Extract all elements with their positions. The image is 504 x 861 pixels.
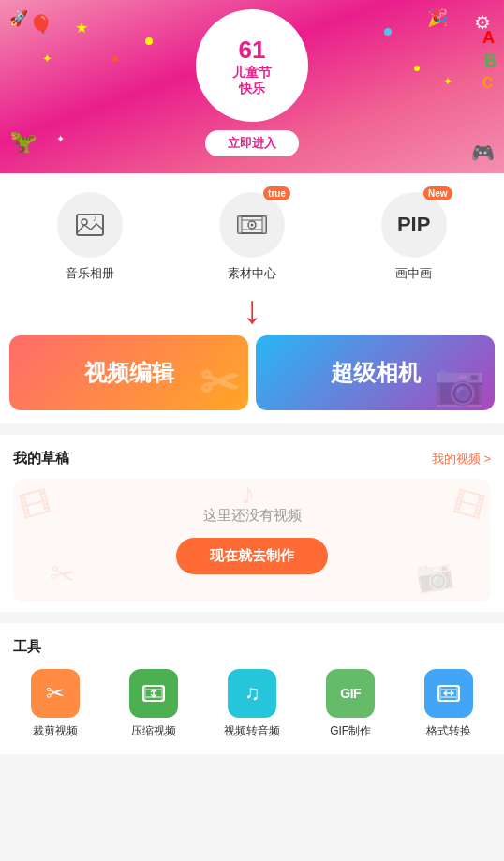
tool-video-to-audio[interactable]: ♫ 视频转音频 bbox=[210, 669, 293, 739]
draft-header: 我的草稿 我的视频 > bbox=[13, 450, 491, 468]
feature-material-center[interactable]: true 素材中心 bbox=[205, 192, 299, 282]
video-to-audio-icon-box: ♫ bbox=[228, 669, 276, 718]
tools-title: 工具 bbox=[13, 638, 491, 656]
camera-watermark: 📷 bbox=[434, 360, 485, 408]
super-camera-label: 超级相机 bbox=[331, 358, 421, 388]
banner-text-line2: 快乐 bbox=[232, 81, 272, 96]
pip-icon: New PIP bbox=[381, 192, 447, 258]
my-videos-link[interactable]: 我的视频 > bbox=[432, 451, 491, 468]
action-buttons: ✂ 视频编辑 📷 超级相机 bbox=[0, 335, 504, 410]
svg-rect-0 bbox=[77, 215, 103, 235]
banner[interactable]: 🎈 ★ 🎉 🦖 🚀 🎮 A B C ✦ ✦ ✦ 61 儿童节 快乐 立即进入 ⚙ bbox=[0, 0, 504, 173]
arrow-indicator: ↓ bbox=[0, 289, 504, 332]
material-center-icon: true bbox=[219, 192, 285, 258]
tools-section: 工具 ✂ 裁剪视频 压缩视频 bbox=[0, 623, 504, 754]
settings-icon[interactable]: ⚙ bbox=[474, 11, 491, 34]
compress-video-icon-box bbox=[129, 669, 178, 718]
film-decor-1: 🎞 bbox=[17, 485, 54, 527]
scissors-watermark: ✂ bbox=[200, 356, 239, 410]
svg-rect-17 bbox=[438, 686, 441, 701]
banner-number: 61 bbox=[232, 36, 272, 65]
gif-label: GIF制作 bbox=[330, 723, 371, 739]
draft-section: 我的草稿 我的视频 > 🎞 ✂ 🎞 📷 ♪ 这里还没有视频 现在就去制作 bbox=[0, 435, 504, 612]
format-convert-icon-box bbox=[424, 669, 473, 718]
svg-rect-4 bbox=[238, 216, 242, 233]
video-edit-button[interactable]: ✂ 视频编辑 bbox=[9, 335, 248, 410]
tools-grid: ✂ 裁剪视频 压缩视频 ♫ bbox=[13, 669, 491, 739]
tool-format-convert[interactable]: 格式转换 bbox=[408, 669, 491, 739]
crop-video-label: 裁剪视频 bbox=[33, 723, 78, 739]
gif-text-icon: GIF bbox=[340, 686, 361, 701]
feature-pip[interactable]: New PIP 画中画 bbox=[367, 192, 461, 282]
banner-circle: 61 儿童节 快乐 bbox=[196, 9, 308, 122]
compress-video-label: 压缩视频 bbox=[131, 723, 176, 739]
film-decor-3: 🎞 bbox=[450, 485, 487, 527]
draft-empty-area: 🎞 ✂ 🎞 📷 ♪ 这里还没有视频 现在就去制作 bbox=[13, 479, 491, 602]
film-decor-2: ✂ bbox=[48, 556, 79, 595]
music-note-icon: ♫ bbox=[245, 681, 260, 705]
svg-text:♪: ♪ bbox=[93, 214, 97, 223]
make-video-button[interactable]: 现在就去制作 bbox=[176, 538, 328, 574]
banner-text-line1: 儿童节 bbox=[232, 65, 272, 81]
draft-title: 我的草稿 bbox=[13, 450, 69, 468]
super-camera-button[interactable]: 📷 超级相机 bbox=[256, 335, 495, 410]
tool-compress-video[interactable]: 压缩视频 bbox=[111, 669, 195, 739]
svg-rect-18 bbox=[456, 686, 459, 701]
tool-gif[interactable]: GIF GIF制作 bbox=[309, 669, 393, 739]
pip-label: 画中画 bbox=[395, 265, 432, 282]
pip-text: PIP bbox=[397, 213, 430, 237]
svg-rect-12 bbox=[161, 686, 164, 701]
crop-video-icon-box: ✂ bbox=[31, 669, 80, 718]
feature-music-album[interactable]: ♪ 音乐相册 bbox=[43, 192, 137, 282]
film-decor-4: 📷 bbox=[413, 555, 456, 596]
material-new-badge: true bbox=[263, 186, 290, 200]
gif-icon-box: GIF bbox=[326, 669, 375, 718]
features-row: ♪ 音乐相册 true 素材中心 New PIP 画中画 bbox=[0, 173, 504, 298]
music-album-icon: ♪ bbox=[57, 192, 123, 258]
banner-enter-button[interactable]: 立即进入 bbox=[205, 130, 299, 156]
draft-empty-text: 这里还没有视频 bbox=[203, 507, 302, 525]
tool-crop-video[interactable]: ✂ 裁剪视频 bbox=[13, 669, 96, 739]
music-album-label: 音乐相册 bbox=[66, 265, 114, 282]
svg-rect-11 bbox=[143, 686, 146, 701]
pip-new-badge: New bbox=[423, 186, 452, 200]
svg-rect-5 bbox=[262, 216, 266, 233]
svg-point-9 bbox=[250, 224, 253, 227]
material-center-label: 素材中心 bbox=[228, 265, 276, 282]
format-convert-label: 格式转换 bbox=[426, 723, 471, 739]
arrow-down-icon: ↓ bbox=[243, 289, 262, 332]
video-to-audio-label: 视频转音频 bbox=[224, 723, 280, 739]
scissors-icon: ✂ bbox=[46, 680, 65, 706]
video-edit-label: 视频编辑 bbox=[84, 358, 174, 388]
